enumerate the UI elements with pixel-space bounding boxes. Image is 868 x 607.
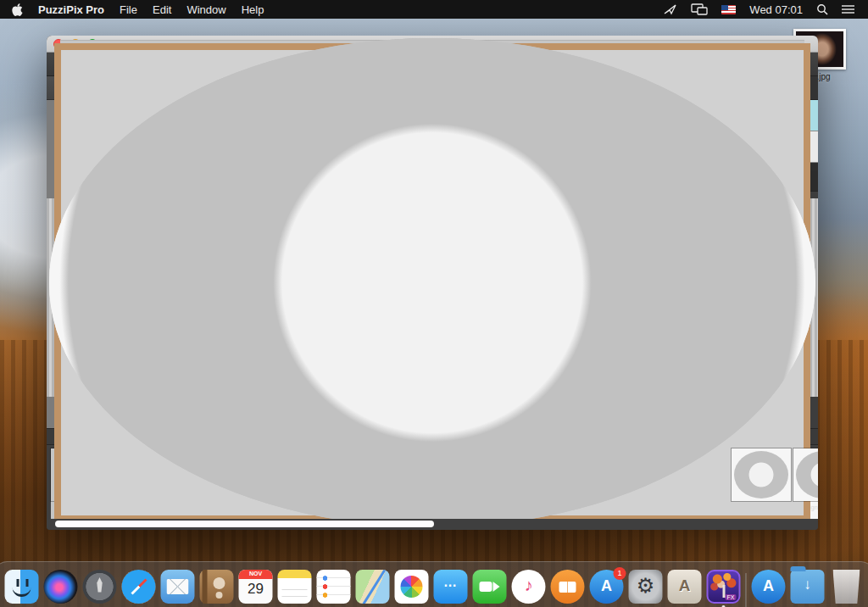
menu-bar: PuzziPix Pro File Edit Window Help Wed 0… <box>0 0 868 19</box>
dock-finder-icon[interactable] <box>5 570 39 604</box>
dock-downloads-icon[interactable]: ↓ <box>791 570 825 604</box>
dock-books-icon[interactable] <box>551 570 585 604</box>
dock-puzzipix-icon[interactable]: FX <box>707 570 741 604</box>
menu-help[interactable]: Help <box>242 3 264 16</box>
cursor-arrow-icon[interactable] <box>664 3 677 15</box>
apple-menu-icon[interactable] <box>12 3 23 16</box>
dock: NOV 29 <box>0 561 868 607</box>
dock-itunes-icon[interactable]: ♪ <box>512 570 546 604</box>
preset-thumbnail[interactable] <box>732 448 791 501</box>
spotlight-icon[interactable] <box>816 3 828 15</box>
active-app-name[interactable]: PuzziPix Pro <box>38 3 104 16</box>
dock-photos-icon[interactable] <box>395 570 429 604</box>
menu-window[interactable]: Window <box>186 3 225 16</box>
dock-sysprefs-icon[interactable]: ⚙ <box>629 570 663 604</box>
presets-scroll-area <box>47 519 818 530</box>
dock-calendar-icon[interactable]: NOV 29 <box>239 570 273 604</box>
dock-trash-icon[interactable] <box>830 570 864 604</box>
screen: PuzziPix Pro File Edit Window Help Wed 0… <box>0 0 868 607</box>
presets-scrollbar[interactable] <box>55 521 434 527</box>
badge: 1 <box>614 567 626 580</box>
preset-label: Design 11 Square <box>670 504 730 511</box>
dock-notes-icon[interactable] <box>278 570 312 604</box>
displays-icon[interactable] <box>691 3 708 15</box>
input-language-flag-icon[interactable] <box>721 5 736 14</box>
preset-thumbnail[interactable] <box>793 448 818 501</box>
dock-designapp-icon[interactable]: A <box>668 570 702 604</box>
presets-strip: Design 01 Square Design 01 Tall Design 0… <box>47 445 818 519</box>
dock-appstore-icon[interactable]: A 1 <box>590 570 624 604</box>
app-window: 596 (9).jpg i <box>47 36 818 530</box>
dock-facetime-icon[interactable] <box>473 570 507 604</box>
dock-divider-icon <box>746 573 747 607</box>
dock-mail-icon[interactable] <box>161 570 195 604</box>
dock-reminders-icon[interactable] <box>317 570 351 604</box>
dock-launchpad-icon[interactable] <box>83 570 117 604</box>
dock-safari-icon[interactable] <box>122 570 156 604</box>
menu-edit[interactable]: Edit <box>153 3 171 16</box>
dock-appstore2-icon[interactable]: A <box>752 570 786 604</box>
menu-file[interactable]: File <box>120 3 137 16</box>
menu-clock[interactable]: Wed 07:01 <box>749 3 803 16</box>
dock-siri-icon[interactable] <box>44 570 78 604</box>
dock-messages-icon[interactable]: … <box>434 570 468 604</box>
dock-contacts-icon[interactable] <box>200 570 234 604</box>
dock-maps-icon[interactable] <box>356 570 390 604</box>
notification-center-icon[interactable] <box>842 4 854 14</box>
